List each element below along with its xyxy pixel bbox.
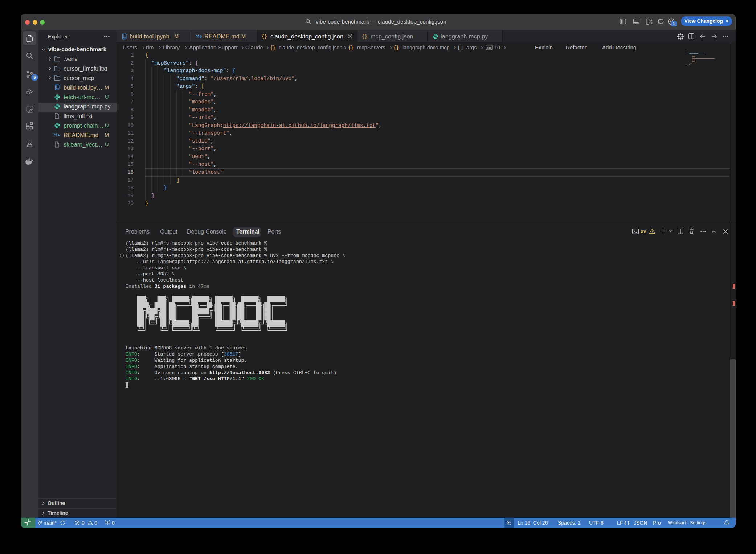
svg-text:abc: abc bbox=[487, 46, 491, 49]
